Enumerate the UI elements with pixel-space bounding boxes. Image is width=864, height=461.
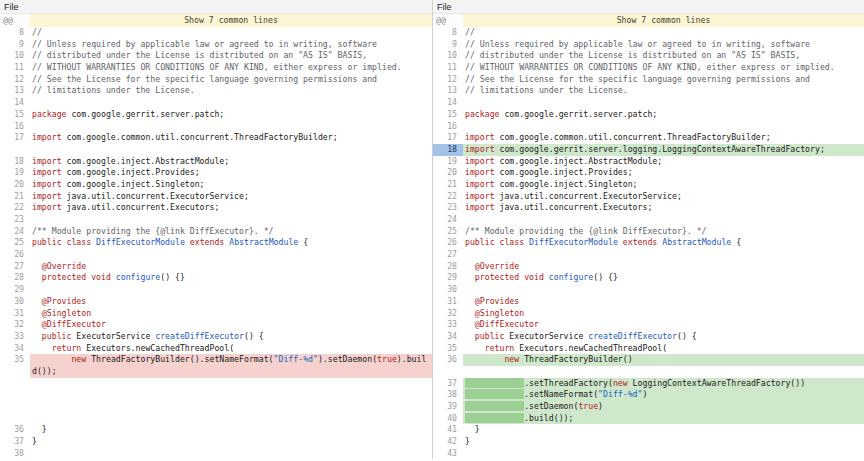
line-number[interactable]: 9 [0,39,30,51]
line-number[interactable]: 12 [433,74,463,86]
line-number[interactable]: 16 [433,121,463,133]
line-number[interactable]: 22 [433,191,463,203]
line-number[interactable] [0,378,30,390]
line-number[interactable]: 10 [433,50,463,62]
line-number[interactable]: 25 [433,226,463,238]
line-number[interactable]: 15 [433,109,463,121]
line-number[interactable]: 11 [0,62,30,74]
diff-row: 8// [0,27,432,39]
line-number[interactable]: 16 [0,121,30,133]
line-number[interactable]: 8 [433,27,463,39]
line-number[interactable]: 20 [433,167,463,179]
line-number[interactable]: 23 [0,214,30,226]
line-number[interactable]: 12 [0,74,30,86]
line-number[interactable]: 34 [433,331,463,343]
line-number[interactable]: 41 [433,424,463,436]
line-number[interactable]: 35 [433,343,463,355]
line-number[interactable] [0,413,30,425]
code-segment: com.google.common.util.concurrent.Thread… [62,132,338,142]
show-common-lines-button[interactable]: Show 7 common lines [30,14,432,27]
line-number[interactable]: 10 [0,50,30,62]
line-number[interactable]: 18 [0,156,30,168]
line-number[interactable]: 36 [433,354,463,366]
line-number[interactable]: 13 [0,85,30,97]
line-number[interactable]: 11 [433,62,463,74]
line-number[interactable]: 9 [433,39,463,51]
line-number[interactable] [433,366,463,378]
line-number[interactable]: 19 [0,167,30,179]
line-number[interactable]: 23 [433,202,463,214]
code-segment: ExecutorService [71,331,155,341]
line-number[interactable]: 35 [0,354,30,366]
line-number[interactable]: 8 [0,27,30,39]
line-number[interactable]: 28 [0,272,30,284]
line-number[interactable]: 17 [0,132,30,144]
line-number[interactable]: 40 [433,413,463,425]
line-number[interactable]: 26 [0,249,30,261]
line-number[interactable]: 24 [0,226,30,238]
line-number[interactable]: 26 [433,237,463,249]
line-number[interactable]: 25 [0,237,30,249]
code-line: import java.util.concurrent.Executors; [463,202,864,214]
line-number[interactable]: 31 [0,308,30,320]
line-number[interactable]: 43 [433,448,463,460]
line-number[interactable]: 27 [433,249,463,261]
line-number[interactable]: 14 [0,97,30,109]
line-number[interactable]: 39 [433,401,463,413]
code-segment: Executors.newCachedThreadPool( [514,343,667,353]
line-number[interactable]: 15 [0,109,30,121]
line-number[interactable] [0,389,30,401]
code-line: import java.util.concurrent.ExecutorServ… [30,191,432,203]
diff-row [0,144,432,156]
show-common-lines-button[interactable]: Show 7 common lines [463,14,864,27]
line-number[interactable]: 13 [433,85,463,97]
line-number[interactable]: 19 [433,156,463,168]
line-number[interactable]: 29 [0,284,30,296]
line-number[interactable]: 24 [433,214,463,226]
code-segment: DiffExecutorModule [529,237,618,247]
code-line: import java.util.concurrent.Executors; [30,202,432,214]
line-number[interactable]: 30 [0,296,30,308]
code-line: /** Module providing the {@link DiffExec… [463,226,864,238]
code-line [463,214,864,226]
diff-row: 29 protected void configure() {} [433,272,864,284]
code-segment: protected [42,272,86,282]
code-line: new ThreadFactoryBuilder().setNameFormat… [30,354,432,366]
line-number[interactable]: 21 [0,191,30,203]
line-number[interactable]: 28 [433,261,463,273]
line-number[interactable]: 38 [0,448,30,460]
line-number[interactable]: 29 [433,272,463,284]
code-line: @Provides [30,296,432,308]
diff-row: 26 [0,249,432,261]
line-number[interactable]: 37 [433,378,463,390]
code-segment: LoggingContextAwareThreadFactory()) [628,378,805,388]
line-number[interactable]: 30 [433,284,463,296]
line-number[interactable]: 17 [433,132,463,144]
code-segment: { [298,237,308,247]
code-segment: class [67,237,92,247]
line-number[interactable]: 22 [0,202,30,214]
line-number[interactable] [0,366,30,378]
line-number[interactable]: 27 [0,261,30,273]
code-segment [32,343,52,353]
line-number[interactable]: 36 [0,424,30,436]
line-number[interactable]: 32 [0,319,30,331]
line-number[interactable]: 37 [0,436,30,448]
line-number[interactable]: 18 [433,144,463,156]
line-number[interactable]: 32 [433,308,463,320]
line-number[interactable]: 14 [433,97,463,109]
code-line [463,97,864,109]
line-number[interactable]: 33 [0,331,30,343]
line-number[interactable]: 21 [433,179,463,191]
line-number[interactable]: 31 [433,296,463,308]
diff-row: 38 .setNameFormat("Diff-%d") [433,389,864,401]
line-number[interactable]: 38 [433,389,463,401]
code-line: @DiffExecutor [30,319,432,331]
line-number[interactable] [0,401,30,413]
line-number[interactable]: 34 [0,343,30,355]
line-number[interactable]: 42 [433,436,463,448]
line-number[interactable] [0,144,30,156]
line-number[interactable]: 33 [433,319,463,331]
line-number[interactable]: 20 [0,179,30,191]
code-segment [465,296,475,306]
